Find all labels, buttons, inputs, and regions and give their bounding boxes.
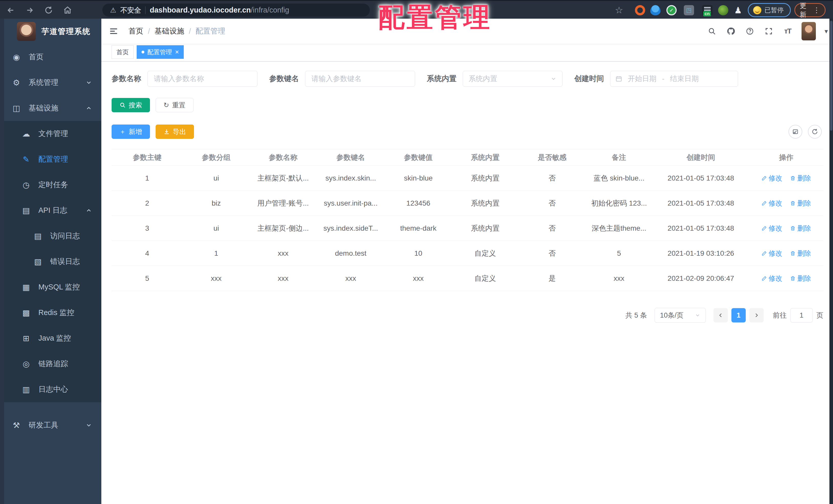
sidebar-item-mysql-monitor[interactable]: ▦ MySQL 监控 <box>0 274 101 300</box>
breadcrumb-home[interactable]: 首页 <box>128 26 143 36</box>
sidebar-item-scheduled-tasks[interactable]: ◷ 定时任务 <box>0 172 101 198</box>
home-icon[interactable] <box>61 1 75 20</box>
hamburger-icon[interactable] <box>108 26 119 37</box>
param-name-label: 参数名称 <box>112 74 141 84</box>
app-logo-row[interactable]: 芋道管理系统 <box>0 19 101 44</box>
page-number-button[interactable]: 1 <box>731 308 746 323</box>
refresh-table-icon[interactable] <box>808 125 822 138</box>
fullscreen-icon[interactable] <box>764 26 774 36</box>
page-size-select[interactable]: 10条/页 <box>654 308 706 323</box>
back-icon[interactable] <box>4 1 18 20</box>
col-header: 系统内置 <box>452 149 519 166</box>
table-cell: ui <box>183 166 249 191</box>
goto-page-input[interactable] <box>790 308 813 323</box>
address-bar[interactable]: 不安全 dashboard.yudao.iocoder.cn/infra/con… <box>102 4 370 17</box>
not-secure-warning-icon <box>110 6 116 14</box>
edit-link[interactable]: 修改 <box>761 249 782 258</box>
bookmark-star-icon[interactable] <box>612 1 626 20</box>
table-cell: 蓝色 skin-blue... <box>586 166 652 191</box>
prev-page-button[interactable] <box>713 308 728 323</box>
java-monitor-icon: ⊞ <box>21 334 32 343</box>
forward-icon[interactable] <box>23 1 37 20</box>
extension-pin-icon[interactable] <box>650 5 661 15</box>
edit-link[interactable]: 修改 <box>761 274 782 283</box>
calendar-icon <box>616 75 622 82</box>
delete-link[interactable]: 删除 <box>790 274 811 283</box>
delete-link[interactable]: 删除 <box>790 224 811 233</box>
sidebar-item-access-logs[interactable]: ▤ 访问日志 <box>0 223 101 249</box>
url-path: /infra/config <box>251 6 289 14</box>
table-row: 1 ui 主框架页-默认... sys.index.skin... skin-b… <box>112 166 823 191</box>
delete-link[interactable]: 删除 <box>790 174 811 183</box>
reload-icon[interactable] <box>42 1 56 20</box>
column-settings-icon[interactable] <box>788 125 802 138</box>
monitor-icon: ◫ <box>11 104 22 113</box>
extension-check-icon[interactable]: ✓ <box>666 5 676 15</box>
table-row: 2 biz 用户管理-账号... sys.user.init-pa... 123… <box>112 191 823 216</box>
edit-link[interactable]: 修改 <box>761 199 782 208</box>
browser-menu-icon[interactable] <box>813 6 820 14</box>
help-icon[interactable] <box>745 26 755 36</box>
col-header: 参数键名 <box>316 149 385 166</box>
sidebar-item-api-logs[interactable]: ▤ API 日志 <box>0 198 101 223</box>
scrollbar[interactable] <box>829 19 833 504</box>
extension-leaf-icon[interactable] <box>718 5 728 15</box>
extension-cn-icon[interactable] <box>702 5 712 15</box>
extensions-puzzle-icon[interactable] <box>733 5 743 15</box>
content-area: 参数名称 参数键名 系统内置 系统内置 创建时间 <box>101 61 833 504</box>
github-icon[interactable] <box>726 26 736 36</box>
log-center-icon: ▥ <box>21 385 32 394</box>
param-key-input[interactable] <box>305 71 415 87</box>
table-cell: ui <box>183 216 249 241</box>
edit-link[interactable]: 修改 <box>761 174 782 183</box>
start-date-placeholder: 开始日期 <box>628 74 657 84</box>
dashboard-icon: ◉ <box>11 52 22 62</box>
delete-link[interactable]: 删除 <box>790 249 811 258</box>
extension-grid-icon[interactable]: ◳ <box>684 5 694 15</box>
page-unit-label: 页 <box>816 311 823 320</box>
sidebar-item-infra[interactable]: ◫ 基础设施 <box>0 95 101 121</box>
paused-extension-pill[interactable]: 已暂停 <box>748 3 791 17</box>
pagination-total: 共 5 条 <box>625 311 647 320</box>
reset-button[interactable]: 重置 <box>156 98 193 112</box>
table-cell: 主框架页-侧边... <box>250 216 316 241</box>
user-caret-icon[interactable] <box>825 27 828 35</box>
search-icon <box>120 102 126 108</box>
breadcrumb-infra[interactable]: 基础设施 <box>154 26 184 36</box>
table-cell: skin-blue <box>385 166 452 191</box>
tab-home[interactable]: 首页 <box>112 45 134 59</box>
sidebar-item-system[interactable]: ⚙ 系统管理 <box>0 70 101 95</box>
param-name-input[interactable] <box>147 71 258 87</box>
sidebar-item-home[interactable]: ◉ 首页 <box>0 44 101 70</box>
sidebar-item-dev-tools[interactable]: ⚒ 研发工具 <box>0 412 101 438</box>
sidebar-item-file-management[interactable]: ☁ 文件管理 <box>0 121 101 147</box>
sidebar-item-log-center[interactable]: ▥ 日志中心 <box>0 377 101 402</box>
delete-link[interactable]: 删除 <box>790 199 811 208</box>
next-page-button[interactable] <box>749 308 764 323</box>
extension-ring-icon[interactable] <box>635 5 645 15</box>
sidebar-item-redis-monitor[interactable]: ▩ Redis 监控 <box>0 300 101 326</box>
tab-config-management[interactable]: 配置管理 <box>137 45 184 59</box>
table-row: 4 1 xxx demo.test 10 自定义 否 5 2021-01-19 … <box>112 241 823 266</box>
sidebar-item-tracing[interactable]: ◎ 链路追踪 <box>0 351 101 377</box>
search-icon[interactable] <box>707 26 717 36</box>
sidebar-item-java-monitor[interactable]: ⊞ Java 监控 <box>0 326 101 351</box>
filter-form: 参数名称 参数键名 系统内置 系统内置 创建时间 <box>112 71 823 87</box>
avatar[interactable] <box>802 22 816 41</box>
edit-link[interactable]: 修改 <box>761 224 782 233</box>
table-cell: 自定义 <box>452 266 519 291</box>
export-button[interactable]: 导出 <box>156 125 194 139</box>
add-button[interactable]: 新增 <box>112 125 150 139</box>
browser-update-button[interactable]: 更新 <box>794 3 826 17</box>
sidebar-item-error-logs[interactable]: ▧ 错误日志 <box>0 249 101 274</box>
font-size-icon[interactable]: ᴛT <box>783 26 793 36</box>
download-icon <box>164 129 170 135</box>
search-button[interactable]: 搜索 <box>112 98 150 112</box>
close-icon[interactable] <box>175 48 179 56</box>
sidebar-item-config-management[interactable]: ✎ 配置管理 <box>0 147 101 172</box>
date-range-picker[interactable]: 开始日期 - 结束日期 <box>610 71 738 87</box>
scrollbar-thumb[interactable] <box>830 21 832 131</box>
builtin-select[interactable]: 系统内置 <box>463 71 563 87</box>
table-cell: 否 <box>519 216 586 241</box>
table-cell: theme-dark <box>385 216 452 241</box>
